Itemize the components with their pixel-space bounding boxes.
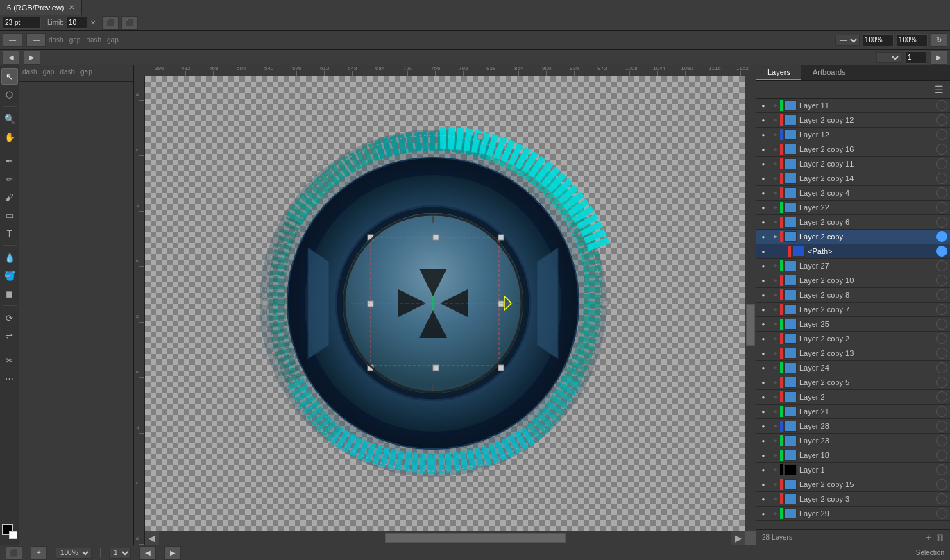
layer-item[interactable]: ●▶Layer 23 (756, 434, 950, 448)
tool-pen[interactable]: ✒ (1, 153, 18, 169)
layer-visibility-eye[interactable]: ● (756, 434, 770, 448)
layer-expand-btn[interactable]: ▶ (770, 186, 780, 201)
layer-expand-btn[interactable]: ▶ (770, 390, 780, 405)
layer-item[interactable]: ●▶Layer 2 copy (756, 230, 950, 244)
layer-item[interactable]: ●▶Layer 2 copy 13 (756, 346, 950, 361)
layer-visibility-eye[interactable]: ● (756, 346, 770, 361)
layer-visibility-eye[interactable]: ● (756, 171, 770, 186)
layer-solo-btn[interactable] (936, 173, 947, 184)
layer-expand-btn[interactable]: ▶ (770, 448, 780, 463)
layer-visibility-eye[interactable]: ● (756, 244, 770, 259)
limit-input[interactable] (67, 17, 87, 29)
page-num-select[interactable]: 1 (109, 548, 131, 559)
layer-expand-btn[interactable]: ▶ (770, 128, 780, 142)
layer-visibility-eye[interactable]: ● (756, 142, 770, 157)
layer-visibility-eye[interactable]: ● (756, 317, 770, 332)
status-prev-btn[interactable]: ◀ (139, 546, 156, 560)
layer-solo-btn[interactable] (936, 129, 947, 140)
layer-visibility-eye[interactable]: ● (756, 157, 770, 171)
layer-expand-btn[interactable]: ▶ (770, 361, 780, 375)
layer-expand-btn[interactable]: ▶ (770, 259, 780, 273)
layer-solo-btn[interactable] (936, 348, 947, 359)
layer-expand-btn[interactable]: ▶ (770, 434, 780, 448)
layer-item[interactable]: ●▶Layer 2 copy 16 (756, 142, 950, 157)
layer-item[interactable]: ●▶Layer 2 (756, 390, 950, 405)
tool-eyedropper[interactable]: 💧 (1, 249, 18, 266)
scrollbar-horizontal[interactable]: ◀ ▶ (145, 531, 745, 545)
btn-extra1[interactable]: ◀ (3, 51, 19, 65)
rotate-btn[interactable]: ↻ (931, 33, 947, 47)
layer-item[interactable]: ●▶Layer 18 (756, 448, 950, 463)
layer-solo-btn[interactable] (936, 479, 947, 490)
btn-align-center[interactable]: ⬛ (121, 16, 138, 30)
layer-item[interactable]: ●▶Layer 25 (756, 317, 950, 332)
tool-mirror[interactable]: ⇌ (1, 328, 18, 344)
layer-item[interactable]: ●▶Layer 2 copy 14 (756, 171, 950, 186)
tab-layers[interactable]: Layers (756, 65, 801, 80)
layer-expand-btn[interactable]: ▶ (770, 477, 780, 492)
layer-visibility-eye[interactable]: ● (756, 186, 770, 201)
new-layer-btn[interactable]: + (926, 532, 931, 543)
layer-solo-btn[interactable] (936, 421, 947, 432)
tool-fill[interactable]: 🪣 (1, 267, 18, 284)
tool-node[interactable]: ⬡ (1, 86, 18, 103)
layer-solo-btn[interactable] (936, 260, 947, 271)
layer-visibility-eye[interactable]: ● (756, 477, 770, 492)
scroll-right-btn[interactable]: ▶ (731, 531, 745, 545)
layer-item[interactable]: ●▶Layer 22 (756, 201, 950, 215)
layer-solo-btn[interactable] (936, 450, 947, 461)
layer-item[interactable]: ●▶Layer 2 copy 2 (756, 332, 950, 346)
tool-text[interactable]: T (1, 225, 18, 241)
layer-expand-btn[interactable]: ▶ (770, 317, 780, 332)
layer-item[interactable]: ●▶Layer 11 (756, 99, 950, 113)
layer-solo-btn[interactable] (936, 275, 947, 286)
layer-visibility-eye[interactable]: ● (756, 128, 770, 142)
layer-item[interactable]: ●▶Layer 27 (756, 259, 950, 273)
page-nav-btn[interactable]: ▶ (931, 51, 947, 65)
layer-item[interactable]: ●<Path> (756, 244, 950, 259)
btn-stroke2[interactable]: — (26, 33, 46, 47)
layer-visibility-eye[interactable]: ● (756, 448, 770, 463)
layer-expand-btn[interactable]: ▶ (770, 303, 780, 317)
layer-item[interactable]: ●▶Layer 29 (756, 507, 950, 521)
limit-close-icon[interactable]: ✕ (90, 19, 96, 26)
layer-solo-btn[interactable] (936, 202, 947, 213)
btn-extra2[interactable]: ▶ (24, 51, 40, 65)
layer-expand-btn[interactable]: ▶ (770, 288, 780, 303)
layer-expand-btn[interactable] (779, 244, 788, 259)
layer-item[interactable]: ●▶Layer 2 copy 3 (756, 492, 950, 507)
zoom-select[interactable]: 100%50%200% (56, 548, 92, 559)
layer-solo-btn[interactable] (936, 289, 947, 300)
layer-solo-btn[interactable] (936, 493, 947, 504)
layer-item[interactable]: ●▶Layer 2 copy 11 (756, 157, 950, 171)
layer-expand-btn[interactable]: ▶ (770, 405, 780, 419)
layer-item[interactable]: ●▶Layer 2 copy 6 (756, 215, 950, 230)
layer-item[interactable]: ●▶Layer 2 copy 4 (756, 186, 950, 201)
status-layer-btn[interactable]: ⬛ (6, 546, 22, 560)
page-select[interactable]: — (876, 52, 901, 63)
layer-visibility-eye[interactable]: ● (756, 463, 770, 477)
layer-solo-btn[interactable] (936, 231, 947, 242)
layer-visibility-eye[interactable]: ● (756, 215, 770, 230)
scrollbar-thumb-v[interactable] (746, 304, 755, 346)
layer-item[interactable]: ●▶Layer 2 copy 8 (756, 288, 950, 303)
layer-visibility-eye[interactable]: ● (756, 303, 770, 317)
layer-solo-btn[interactable] (936, 246, 947, 257)
canvas-area[interactable]: 396 432 468 504 540 576 612 648 684 720 … (134, 65, 756, 545)
layer-solo-btn[interactable] (936, 187, 947, 198)
tool-pencil[interactable]: ✏ (1, 171, 18, 187)
layer-expand-btn[interactable]: ▶ (770, 230, 780, 244)
tool-rotate[interactable]: ⟳ (1, 309, 18, 326)
layer-expand-btn[interactable]: ▶ (770, 492, 780, 507)
tool-selection[interactable]: ↖ (1, 68, 18, 85)
btn-align-left[interactable]: ⬛ (102, 16, 119, 30)
layer-item[interactable]: ●▶Layer 24 (756, 361, 950, 375)
layer-item[interactable]: ●▶Layer 12 (756, 128, 950, 142)
layer-visibility-eye[interactable]: ● (756, 332, 770, 346)
layer-solo-btn[interactable] (936, 406, 947, 417)
layer-expand-btn[interactable]: ▶ (770, 215, 780, 230)
layer-solo-btn[interactable] (936, 158, 947, 169)
layer-visibility-eye[interactable]: ● (756, 390, 770, 405)
layer-expand-btn[interactable]: ▶ (770, 419, 780, 434)
layer-expand-btn[interactable]: ▶ (770, 99, 780, 113)
